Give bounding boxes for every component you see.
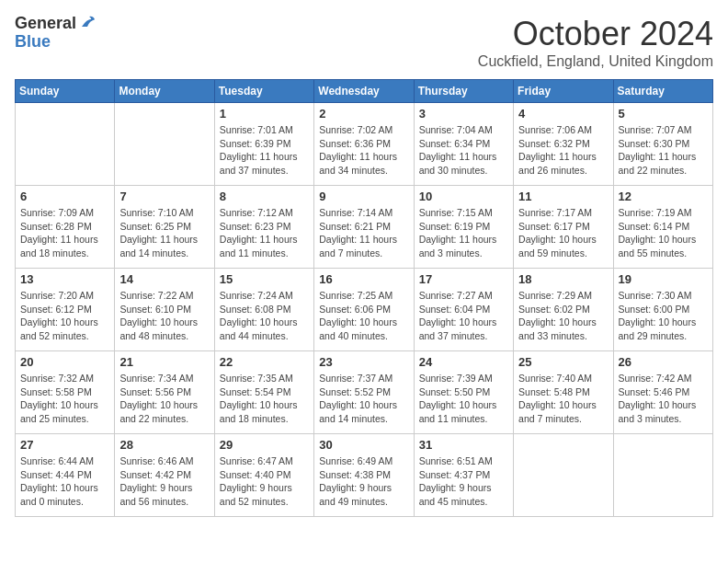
day-header-friday: Friday xyxy=(514,80,613,103)
day-number: 2 xyxy=(319,107,408,121)
day-info: Sunrise: 7:15 AM Sunset: 6:19 PM Dayligh… xyxy=(419,206,508,260)
day-info: Sunrise: 7:22 AM Sunset: 6:10 PM Dayligh… xyxy=(119,289,209,343)
calendar-cell: 11Sunrise: 7:17 AM Sunset: 6:17 PM Dayli… xyxy=(514,186,613,269)
day-header-row: SundayMondayTuesdayWednesdayThursdayFrid… xyxy=(16,80,713,103)
day-info: Sunrise: 7:14 AM Sunset: 6:21 PM Dayligh… xyxy=(319,206,408,260)
calendar-cell: 9Sunrise: 7:14 AM Sunset: 6:21 PM Daylig… xyxy=(314,186,414,269)
calendar-cell xyxy=(16,103,115,186)
week-row-1: 1Sunrise: 7:01 AM Sunset: 6:39 PM Daylig… xyxy=(16,103,713,186)
day-info: Sunrise: 7:10 AM Sunset: 6:25 PM Dayligh… xyxy=(119,206,209,260)
day-info: Sunrise: 7:01 AM Sunset: 6:39 PM Dayligh… xyxy=(220,123,309,178)
calendar-cell: 17Sunrise: 7:27 AM Sunset: 6:04 PM Dayli… xyxy=(414,269,513,351)
logo-general-text: General xyxy=(15,15,76,33)
day-info: Sunrise: 7:27 AM Sunset: 6:04 PM Dayligh… xyxy=(419,289,508,343)
logo-blue-text: Blue xyxy=(15,33,51,52)
calendar-cell: 31Sunrise: 6:51 AM Sunset: 4:37 PM Dayli… xyxy=(414,434,513,517)
day-number: 20 xyxy=(20,355,109,369)
day-number: 18 xyxy=(518,272,608,286)
day-info: Sunrise: 7:17 AM Sunset: 6:17 PM Dayligh… xyxy=(518,206,608,260)
day-info: Sunrise: 7:39 AM Sunset: 5:50 PM Dayligh… xyxy=(419,372,508,426)
day-info: Sunrise: 6:49 AM Sunset: 4:38 PM Dayligh… xyxy=(319,454,408,509)
day-info: Sunrise: 7:35 AM Sunset: 5:54 PM Dayligh… xyxy=(220,372,309,426)
calendar-cell: 6Sunrise: 7:09 AM Sunset: 6:28 PM Daylig… xyxy=(16,186,115,269)
calendar-cell: 18Sunrise: 7:29 AM Sunset: 6:02 PM Dayli… xyxy=(514,269,613,351)
day-info: Sunrise: 7:09 AM Sunset: 6:28 PM Dayligh… xyxy=(20,206,109,260)
day-number: 24 xyxy=(419,355,508,369)
day-info: Sunrise: 7:07 AM Sunset: 6:30 PM Dayligh… xyxy=(619,123,708,178)
calendar-cell: 5Sunrise: 7:07 AM Sunset: 6:30 PM Daylig… xyxy=(613,103,712,186)
calendar-cell xyxy=(613,434,712,517)
day-number: 19 xyxy=(619,272,708,286)
week-row-3: 13Sunrise: 7:20 AM Sunset: 6:12 PM Dayli… xyxy=(16,269,713,351)
calendar-cell: 10Sunrise: 7:15 AM Sunset: 6:19 PM Dayli… xyxy=(414,186,513,269)
logo-bird-icon xyxy=(78,14,97,32)
day-number: 21 xyxy=(119,355,209,369)
day-header-monday: Monday xyxy=(115,80,214,103)
day-number: 28 xyxy=(119,438,209,452)
day-number: 14 xyxy=(119,272,209,286)
day-info: Sunrise: 7:19 AM Sunset: 6:14 PM Dayligh… xyxy=(619,206,708,260)
day-number: 29 xyxy=(220,438,309,452)
day-info: Sunrise: 6:46 AM Sunset: 4:42 PM Dayligh… xyxy=(119,454,209,509)
day-number: 4 xyxy=(518,107,608,121)
calendar-cell: 3Sunrise: 7:04 AM Sunset: 6:34 PM Daylig… xyxy=(414,103,513,186)
day-number: 26 xyxy=(619,355,708,369)
week-row-4: 20Sunrise: 7:32 AM Sunset: 5:58 PM Dayli… xyxy=(16,351,713,434)
day-number: 30 xyxy=(319,438,408,452)
calendar-cell xyxy=(514,434,613,517)
calendar-body: 1Sunrise: 7:01 AM Sunset: 6:39 PM Daylig… xyxy=(16,103,713,517)
day-info: Sunrise: 7:40 AM Sunset: 5:48 PM Dayligh… xyxy=(518,372,608,426)
calendar-cell: 24Sunrise: 7:39 AM Sunset: 5:50 PM Dayli… xyxy=(414,351,513,434)
calendar-cell xyxy=(115,103,214,186)
calendar-cell: 4Sunrise: 7:06 AM Sunset: 6:32 PM Daylig… xyxy=(514,103,613,186)
calendar-cell: 20Sunrise: 7:32 AM Sunset: 5:58 PM Dayli… xyxy=(16,351,115,434)
day-info: Sunrise: 7:34 AM Sunset: 5:56 PM Dayligh… xyxy=(119,372,209,426)
calendar-cell: 29Sunrise: 6:47 AM Sunset: 4:40 PM Dayli… xyxy=(214,434,313,517)
day-info: Sunrise: 7:20 AM Sunset: 6:12 PM Dayligh… xyxy=(20,289,109,343)
title-section: October 2024 Cuckfield, England, United … xyxy=(478,15,713,70)
day-info: Sunrise: 7:25 AM Sunset: 6:06 PM Dayligh… xyxy=(319,289,408,343)
calendar-cell: 23Sunrise: 7:37 AM Sunset: 5:52 PM Dayli… xyxy=(314,351,414,434)
location-text: Cuckfield, England, United Kingdom xyxy=(478,53,713,70)
month-title: October 2024 xyxy=(478,15,713,53)
calendar-cell: 12Sunrise: 7:19 AM Sunset: 6:14 PM Dayli… xyxy=(613,186,712,269)
day-number: 12 xyxy=(619,190,708,203)
day-number: 25 xyxy=(518,355,608,369)
calendar-cell: 14Sunrise: 7:22 AM Sunset: 6:10 PM Dayli… xyxy=(115,269,214,351)
calendar-cell: 25Sunrise: 7:40 AM Sunset: 5:48 PM Dayli… xyxy=(514,351,613,434)
day-info: Sunrise: 6:47 AM Sunset: 4:40 PM Dayligh… xyxy=(220,454,309,509)
day-header-sunday: Sunday xyxy=(16,80,115,103)
day-header-saturday: Saturday xyxy=(613,80,712,103)
calendar-cell: 7Sunrise: 7:10 AM Sunset: 6:25 PM Daylig… xyxy=(115,186,214,269)
day-info: Sunrise: 7:24 AM Sunset: 6:08 PM Dayligh… xyxy=(220,289,309,343)
day-info: Sunrise: 6:51 AM Sunset: 4:37 PM Dayligh… xyxy=(419,454,508,509)
day-number: 9 xyxy=(319,190,408,203)
day-header-thursday: Thursday xyxy=(414,80,513,103)
calendar-cell: 26Sunrise: 7:42 AM Sunset: 5:46 PM Dayli… xyxy=(613,351,712,434)
calendar-header: SundayMondayTuesdayWednesdayThursdayFrid… xyxy=(16,80,713,103)
calendar-cell: 2Sunrise: 7:02 AM Sunset: 6:36 PM Daylig… xyxy=(314,103,414,186)
calendar-table: SundayMondayTuesdayWednesdayThursdayFrid… xyxy=(15,79,713,517)
day-number: 6 xyxy=(20,190,109,203)
day-number: 23 xyxy=(319,355,408,369)
day-number: 16 xyxy=(319,272,408,286)
logo: General Blue xyxy=(15,15,97,52)
day-info: Sunrise: 7:06 AM Sunset: 6:32 PM Dayligh… xyxy=(518,123,608,178)
day-info: Sunrise: 7:02 AM Sunset: 6:36 PM Dayligh… xyxy=(319,123,408,178)
calendar-cell: 13Sunrise: 7:20 AM Sunset: 6:12 PM Dayli… xyxy=(16,269,115,351)
day-number: 17 xyxy=(419,272,508,286)
day-number: 13 xyxy=(20,272,109,286)
day-info: Sunrise: 7:32 AM Sunset: 5:58 PM Dayligh… xyxy=(20,372,109,426)
day-info: Sunrise: 7:04 AM Sunset: 6:34 PM Dayligh… xyxy=(419,123,508,178)
day-header-tuesday: Tuesday xyxy=(214,80,313,103)
calendar-cell: 8Sunrise: 7:12 AM Sunset: 6:23 PM Daylig… xyxy=(214,186,313,269)
day-info: Sunrise: 6:44 AM Sunset: 4:44 PM Dayligh… xyxy=(20,454,109,509)
calendar-cell: 30Sunrise: 6:49 AM Sunset: 4:38 PM Dayli… xyxy=(314,434,414,517)
week-row-2: 6Sunrise: 7:09 AM Sunset: 6:28 PM Daylig… xyxy=(16,186,713,269)
calendar-cell: 1Sunrise: 7:01 AM Sunset: 6:39 PM Daylig… xyxy=(214,103,313,186)
calendar-cell: 27Sunrise: 6:44 AM Sunset: 4:44 PM Dayli… xyxy=(16,434,115,517)
page-header: General Blue October 2024 Cuckfield, Eng… xyxy=(15,15,713,70)
day-number: 27 xyxy=(20,438,109,452)
day-number: 3 xyxy=(419,107,508,121)
calendar-cell: 15Sunrise: 7:24 AM Sunset: 6:08 PM Dayli… xyxy=(214,269,313,351)
